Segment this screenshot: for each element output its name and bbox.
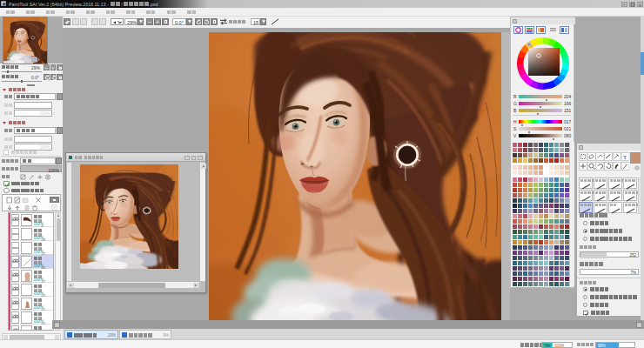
svg-text:T: T (623, 154, 627, 161)
